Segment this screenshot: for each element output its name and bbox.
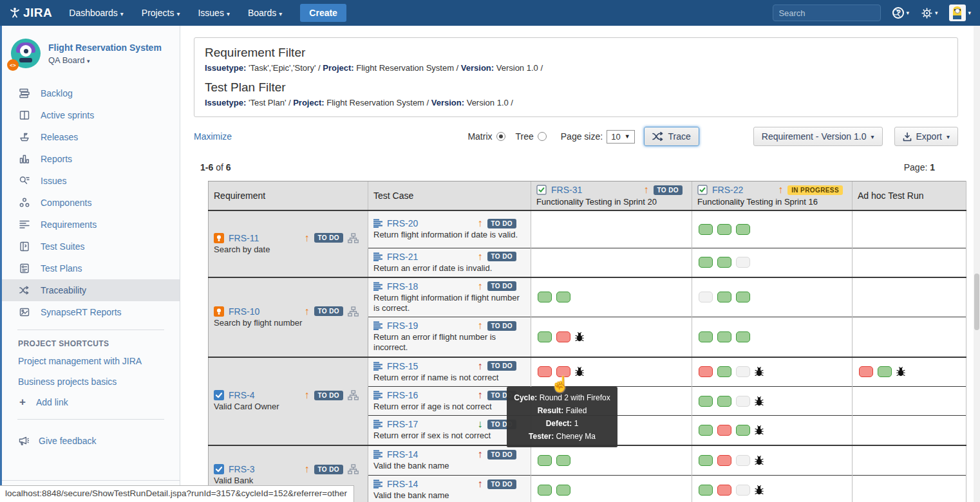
bug-icon[interactable] <box>575 332 584 342</box>
maximize-link[interactable]: Maximize <box>194 131 232 142</box>
issue-key-link[interactable]: FRS-22 <box>712 185 743 195</box>
test-run-square-pass[interactable] <box>699 396 713 407</box>
test-run-square-pass[interactable] <box>699 425 713 436</box>
sidebar-item-traceability[interactable]: Traceability <box>2 279 180 301</box>
create-button[interactable]: Create <box>300 4 346 22</box>
test-run-square-notrun[interactable] <box>736 455 750 466</box>
hierarchy-icon[interactable] <box>348 306 359 317</box>
export-button[interactable]: Export▾ <box>894 127 959 146</box>
vertical-scrollbar[interactable] <box>974 26 980 502</box>
sidebar-item-synapsert-reports[interactable]: SynapseRT Reports <box>2 301 180 323</box>
test-run-square-pass[interactable] <box>717 224 731 235</box>
issue-key-link[interactable]: FRS-19 <box>387 321 418 331</box>
bug-icon[interactable] <box>755 396 764 406</box>
test-run-square-notrun[interactable] <box>699 292 713 302</box>
test-run-square-pass[interactable] <box>717 366 731 377</box>
issue-key-link[interactable]: FRS-15 <box>387 361 418 371</box>
matrix-radio[interactable] <box>496 132 505 141</box>
test-run-square-fail[interactable] <box>717 455 731 466</box>
bug-icon[interactable] <box>755 485 764 495</box>
issue-key-link[interactable]: FRS-14 <box>387 449 418 460</box>
nav-item-projects[interactable]: Projects▾ <box>142 8 180 18</box>
test-run-square-pass[interactable] <box>717 331 731 342</box>
issue-key-link[interactable]: FRS-10 <box>229 306 259 317</box>
test-run-square-fail[interactable] <box>699 366 713 377</box>
project-shortcut-link[interactable]: Project management with JIRA <box>2 351 180 371</box>
test-run-square-pass[interactable] <box>556 485 570 496</box>
hierarchy-icon[interactable] <box>348 464 359 474</box>
issue-key-link[interactable]: FRS-4 <box>229 390 254 400</box>
project-shortcut-link[interactable]: Business projects basics <box>2 371 180 392</box>
issue-key-link[interactable]: FRS-17 <box>387 419 418 429</box>
test-run-square-pass[interactable] <box>736 292 750 302</box>
bug-icon[interactable] <box>755 456 764 465</box>
help-menu[interactable]: ?▾ <box>892 7 909 19</box>
test-run-square-notrun[interactable] <box>736 257 750 268</box>
test-run-square-pass[interactable] <box>556 292 570 302</box>
trace-button[interactable]: Trace <box>644 127 699 146</box>
issue-key-link[interactable]: FRS-21 <box>387 252 418 262</box>
bug-icon[interactable] <box>755 367 764 376</box>
test-run-square-fail[interactable] <box>717 485 731 496</box>
test-run-square-pass[interactable] <box>717 396 731 407</box>
nav-item-dashboards[interactable]: Dashboards▾ <box>69 8 124 18</box>
sidebar-item-requirements[interactable]: Requirements <box>2 214 180 236</box>
bug-icon[interactable] <box>896 367 905 376</box>
page-size-select[interactable]: 10▼ <box>607 130 634 144</box>
test-run-square-fail[interactable] <box>556 331 570 342</box>
test-run-square-notrun[interactable] <box>736 366 750 377</box>
sidebar-item-reports[interactable]: Reports <box>2 148 180 170</box>
test-run-square-pass[interactable] <box>699 257 713 268</box>
sidebar-item-test-plans[interactable]: Test Plans <box>2 257 180 279</box>
test-run-square-pass[interactable] <box>736 425 750 436</box>
test-run-square-pass[interactable] <box>699 224 713 235</box>
sidebar-item-releases[interactable]: Releases <box>2 126 180 148</box>
search-box[interactable] <box>773 5 881 21</box>
test-run-square-fail[interactable] <box>538 366 552 377</box>
test-run-square-notrun[interactable] <box>736 485 750 496</box>
nav-item-boards[interactable]: Boards▾ <box>248 8 282 18</box>
requirement-version-dropdown[interactable]: Requirement - Version 1.0▾ <box>753 127 883 146</box>
test-run-square-pass[interactable] <box>538 455 552 466</box>
test-run-square-pass[interactable] <box>717 292 731 302</box>
user-menu[interactable]: ▾ <box>949 5 971 21</box>
test-run-square-pass[interactable] <box>538 331 552 342</box>
hierarchy-icon[interactable] <box>348 233 359 243</box>
scrollbar-thumb[interactable] <box>974 274 979 330</box>
board-switcher[interactable]: QA Board ▾ <box>48 55 162 65</box>
test-run-square-pass[interactable] <box>878 366 892 377</box>
sidebar-item-issues[interactable]: Issues <box>2 170 180 192</box>
issue-key-link[interactable]: FRS-14 <box>387 479 418 489</box>
test-run-square-pass[interactable] <box>699 331 713 342</box>
issue-key-link[interactable]: FRS-11 <box>229 233 259 243</box>
settings-menu[interactable]: ▾ <box>921 7 938 19</box>
issue-key-link[interactable]: FRS-20 <box>387 218 418 228</box>
issue-key-link[interactable]: FRS-18 <box>387 281 418 292</box>
test-run-square-pass[interactable] <box>699 485 713 496</box>
nav-item-issues[interactable]: Issues▾ <box>198 8 230 18</box>
issue-key-link[interactable]: FRS-31 <box>551 185 582 195</box>
tree-radio[interactable] <box>538 132 547 141</box>
test-run-square-notrun[interactable] <box>736 396 750 407</box>
hierarchy-icon[interactable] <box>348 390 359 400</box>
test-run-square-pass[interactable] <box>538 485 552 496</box>
test-run-square-pass[interactable] <box>736 331 750 342</box>
test-run-square-pass[interactable] <box>538 292 552 302</box>
test-run-square-pass[interactable] <box>717 257 731 268</box>
search-input[interactable] <box>778 8 892 18</box>
bug-icon[interactable] <box>575 367 584 376</box>
sidebar-item-test-suites[interactable]: Test Suites <box>2 236 180 257</box>
test-run-square-pass[interactable] <box>736 224 750 235</box>
add-link-button[interactable]: + Add link <box>2 392 180 413</box>
bug-icon[interactable] <box>755 425 764 435</box>
test-run-square-fail[interactable] <box>859 366 873 377</box>
issue-key-link[interactable]: FRS-16 <box>387 390 418 400</box>
sidebar-item-backlog[interactable]: Backlog <box>2 82 180 104</box>
test-run-square-pass[interactable] <box>556 455 570 466</box>
give-feedback-button[interactable]: Give feedback <box>2 427 180 447</box>
test-run-square-fail[interactable] <box>717 425 731 436</box>
sidebar-item-active-sprints[interactable]: Active sprints <box>2 104 180 126</box>
issue-key-link[interactable]: FRS-3 <box>229 464 254 474</box>
test-run-square-pass[interactable] <box>699 455 713 466</box>
jira-logo[interactable]: JIRA <box>9 6 52 20</box>
